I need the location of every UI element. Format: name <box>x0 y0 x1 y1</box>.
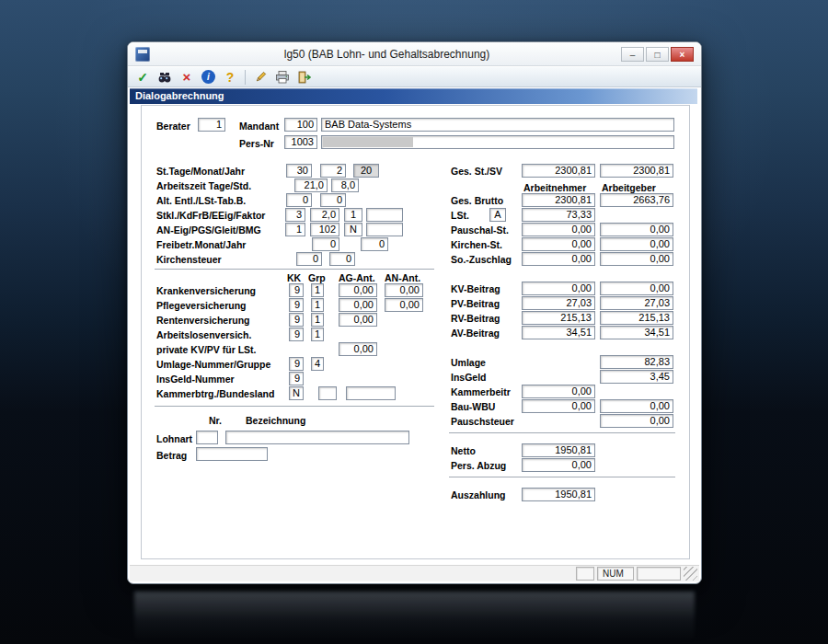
sttage-field-1[interactable]: 30 <box>286 164 312 178</box>
bau-wbu-an-field[interactable]: 0,00 <box>522 399 595 413</box>
so-zuschlag-an-field[interactable]: 0,00 <box>522 252 595 266</box>
ges-stsv-an-field[interactable]: 2300,81 <box>522 164 595 178</box>
aneig-field-1[interactable]: 1 <box>285 223 305 236</box>
kammerbeitr-an-field[interactable]: 0,00 <box>522 385 595 398</box>
mandant-name-field[interactable]: BAB Data-Systems <box>321 118 674 132</box>
arbeitslosenvers-grp-field[interactable]: 1 <box>311 328 324 341</box>
kammerbtrg-grp-field[interactable] <box>318 386 337 400</box>
krankenvers-an-field[interactable]: 0,00 <box>385 283 423 297</box>
kirchensteuer-field-2[interactable]: 0 <box>329 252 355 266</box>
rentenvers-grp-field[interactable]: 1 <box>311 313 324 327</box>
insgeld-nummer-kk-field[interactable]: 9 <box>289 372 304 385</box>
krankenvers-grp-field[interactable]: 1 <box>311 283 324 297</box>
private-kvpv-ag-field[interactable]: 0,00 <box>339 342 377 356</box>
pflegevers-grp-field[interactable]: 1 <box>311 298 324 312</box>
sttage-field-2[interactable]: 2 <box>320 164 346 178</box>
pv-beitrag-ag-field[interactable]: 27,03 <box>600 296 673 310</box>
arbeitnehmer-col-header: Arbeitnehmer <box>523 182 586 193</box>
pauschsteuer-label: Pauschsteuer <box>451 416 514 427</box>
maximize-button[interactable]: □ <box>646 47 669 62</box>
umlage-nummer-kk-field[interactable]: 9 <box>289 357 304 371</box>
aneig-field-4[interactable] <box>366 223 403 236</box>
arbeitslosenvers-kk-field[interactable]: 9 <box>289 328 304 341</box>
bau-wbu-ag-field[interactable]: 0,00 <box>600 399 673 413</box>
kirchensteuer-field-1[interactable]: 0 <box>296 252 322 266</box>
edit-icon[interactable] <box>253 70 268 85</box>
mandant-field[interactable]: 100 <box>284 118 317 132</box>
betrag-field[interactable] <box>196 447 268 461</box>
umlage-nummer-label: Umlage-Nummer/Gruppe <box>156 359 270 370</box>
altentl-field-1[interactable]: 0 <box>286 193 312 207</box>
help-icon[interactable]: ? <box>223 70 237 85</box>
private-kvpv-label: private KV/PV für LSt. <box>156 344 257 355</box>
kv-beitrag-ag-field[interactable]: 0,00 <box>600 282 673 295</box>
insgeld-ag-field[interactable]: 3,45 <box>600 370 673 384</box>
stkl-field-1[interactable]: 3 <box>285 208 305 222</box>
pauschsteuer-ag-field[interactable]: 0,00 <box>600 414 673 428</box>
aneig-field-3[interactable]: N <box>344 223 362 236</box>
freibetr-field-2[interactable]: 0 <box>361 237 388 251</box>
krankenvers-kk-field[interactable]: 9 <box>289 283 304 297</box>
confirm-icon[interactable]: ✓ <box>135 70 150 85</box>
kammerbtrg-kk-field[interactable]: N <box>289 386 304 400</box>
auszahlung-field[interactable]: 1950,81 <box>522 488 595 501</box>
arbeitszeit-label: Arbeitszeit Tage/Std. <box>156 180 251 191</box>
persnr-name-field[interactable] <box>321 135 674 149</box>
print-icon[interactable] <box>275 70 290 85</box>
stkl-field-3[interactable]: 1 <box>344 208 362 222</box>
kirchen-st-an-field[interactable]: 0,00 <box>522 237 595 251</box>
rentenvers-label: Rentenversicherung <box>156 315 250 326</box>
berater-field[interactable]: 1 <box>198 118 225 132</box>
pflegevers-label: Pflegeversicherung <box>156 300 246 311</box>
altentl-field-2[interactable]: 0 <box>320 193 346 207</box>
info-icon[interactable]: i <box>201 70 215 84</box>
arbeitszeit-field-1[interactable]: 21,0 <box>294 178 328 192</box>
rentenvers-ag-field[interactable]: 0,00 <box>339 313 377 327</box>
resize-grip[interactable] <box>684 567 697 581</box>
ges-brutto-ag-field[interactable]: 2663,76 <box>600 193 673 207</box>
stkl-field-2[interactable]: 2,0 <box>310 208 339 222</box>
aneig-field-2[interactable]: 102 <box>310 223 339 236</box>
lst-an-field[interactable]: 73,33 <box>522 208 595 222</box>
aneig-label: AN-Eig/PGS/Gleit/BMG <box>156 224 261 236</box>
kirchen-st-ag-field[interactable]: 0,00 <box>600 237 673 251</box>
rv-beitrag-an-field[interactable]: 215,13 <box>522 311 595 325</box>
arbeitszeit-field-2[interactable]: 8,0 <box>331 178 359 192</box>
stkl-field-4[interactable] <box>366 208 403 222</box>
minimize-button[interactable]: – <box>621 47 644 62</box>
cancel-icon[interactable]: × <box>179 70 194 85</box>
rv-beitrag-ag-field[interactable]: 215,13 <box>600 311 673 325</box>
netto-field[interactable]: 1950,81 <box>522 443 595 457</box>
pflegevers-an-field[interactable]: 0,00 <box>385 298 423 312</box>
persnr-field[interactable]: 1003 <box>284 135 317 149</box>
exit-icon[interactable] <box>297 70 312 85</box>
lst-flag-field[interactable]: A <box>489 208 506 222</box>
pflegevers-kk-field[interactable]: 9 <box>289 298 304 312</box>
umlage-label: Umlage <box>451 357 486 368</box>
umlage-ag-field[interactable]: 82,83 <box>600 355 673 369</box>
pv-beitrag-an-field[interactable]: 27,03 <box>522 296 595 310</box>
av-beitrag-an-field[interactable]: 34,51 <box>522 326 595 339</box>
krankenvers-ag-field[interactable]: 0,00 <box>339 283 377 297</box>
rentenvers-kk-field[interactable]: 9 <box>289 313 304 327</box>
kammerbtrg-land-field[interactable] <box>346 386 396 400</box>
umlage-nummer-grp-field[interactable]: 4 <box>311 357 324 371</box>
search-icon[interactable] <box>157 70 172 85</box>
av-beitrag-ag-field[interactable]: 34,51 <box>600 326 673 339</box>
pers-abzug-field[interactable]: 0,00 <box>522 458 595 472</box>
sttage-field-3[interactable]: 20 <box>353 164 379 178</box>
pauschal-st-ag-field[interactable]: 0,00 <box>600 223 673 236</box>
lohnart-bez-field[interactable] <box>225 431 409 444</box>
pflegevers-ag-field[interactable]: 0,00 <box>339 298 377 312</box>
ges-stsv-ag-field[interactable]: 2300,81 <box>600 164 673 178</box>
lohnart-nr-field[interactable] <box>196 431 218 444</box>
so-zuschlag-ag-field[interactable]: 0,00 <box>600 252 673 266</box>
pauschal-st-an-field[interactable]: 0,00 <box>522 223 595 236</box>
titlebar[interactable]: lg50 (BAB Lohn- und Gehaltsabrechnung) –… <box>128 42 701 66</box>
kv-beitrag-an-field[interactable]: 0,00 <box>522 282 595 295</box>
ges-brutto-an-field[interactable]: 2300,81 <box>522 193 595 207</box>
lst-label: LSt. <box>451 210 469 221</box>
close-button[interactable]: × <box>671 47 694 62</box>
freibetr-field-1[interactable]: 0 <box>312 237 339 251</box>
separator-left-2 <box>155 406 434 407</box>
